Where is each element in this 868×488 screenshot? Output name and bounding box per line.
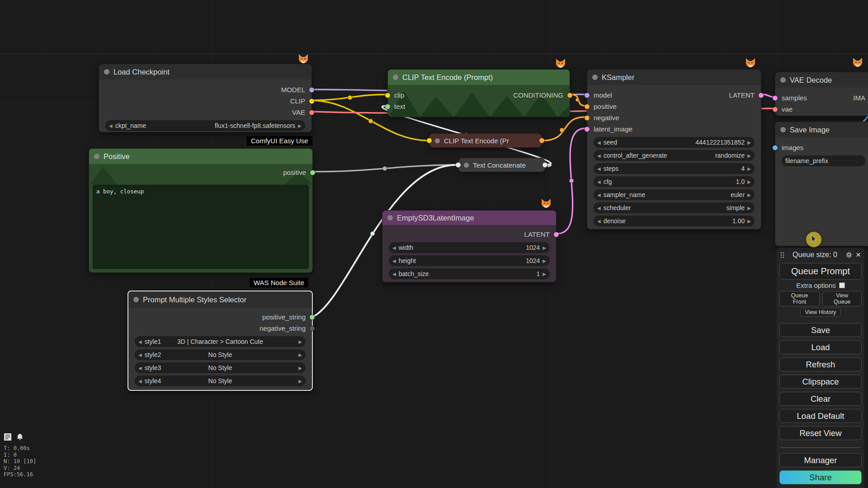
increment-icon[interactable]: ▶ bbox=[747, 166, 751, 171]
manager-fox-badge-icon[interactable] bbox=[852, 57, 863, 68]
style3-widget[interactable]: ◀ style3 No Style ▶ bbox=[135, 362, 306, 373]
close-icon[interactable]: × bbox=[856, 252, 861, 258]
input-vae-port[interactable] bbox=[773, 107, 778, 112]
sampler-name-widget[interactable]: ◀ sampler_name euler ▶ bbox=[594, 189, 755, 200]
input-model-port[interactable] bbox=[585, 93, 590, 98]
output-model-port[interactable] bbox=[309, 87, 314, 92]
input-latent-image-port[interactable] bbox=[585, 127, 590, 131]
collapsed-output-port[interactable] bbox=[542, 163, 547, 168]
denoise-widget[interactable]: ◀ denoise 1.00 ▶ bbox=[594, 216, 755, 226]
node-text-concatenate[interactable]: Text Concatenate bbox=[458, 158, 545, 172]
scheduler-widget[interactable]: ◀ scheduler simple ▶ bbox=[594, 202, 755, 213]
input-samples-port[interactable] bbox=[773, 95, 778, 100]
collapse-dot[interactable] bbox=[393, 75, 398, 80]
increment-icon[interactable]: ▶ bbox=[542, 258, 546, 263]
collapsed-input-port[interactable] bbox=[456, 163, 461, 168]
manager-fox-badge-icon[interactable] bbox=[745, 57, 756, 68]
share-button[interactable]: Share bbox=[779, 470, 862, 484]
save-button[interactable]: Save bbox=[779, 323, 862, 337]
manager-fox-badge-icon[interactable] bbox=[541, 198, 552, 209]
node-load-checkpoint[interactable]: Load Checkpoint MODEL CLIP VAE ◀ ckpt_na… bbox=[99, 64, 312, 132]
height-widget[interactable]: ◀ height 1024 ▶ bbox=[389, 255, 550, 266]
collapsed-input-port[interactable] bbox=[427, 138, 432, 143]
extra-options-checkbox[interactable] bbox=[839, 282, 845, 288]
node-clip-text-encode[interactable]: CLIP Text Encode (Prompt) clip CONDITION… bbox=[387, 69, 570, 117]
decrement-icon[interactable]: ◀ bbox=[597, 179, 601, 184]
collapse-dot[interactable] bbox=[464, 163, 469, 168]
combo-left-icon[interactable]: ◀ bbox=[138, 366, 142, 371]
increment-icon[interactable]: ▶ bbox=[542, 245, 546, 250]
decrement-icon[interactable]: ◀ bbox=[392, 245, 396, 250]
ckpt-name-widget[interactable]: ◀ ckpt_name flux1-schnell-fp8.safetensor… bbox=[105, 120, 305, 131]
output-latent-port[interactable] bbox=[759, 93, 764, 98]
decrement-icon[interactable]: ◀ bbox=[597, 219, 601, 224]
node-empty-latent[interactable]: EmptySD3LatentImage LATENT ◀ width 1024 … bbox=[382, 210, 557, 282]
combo-right-icon[interactable]: ▶ bbox=[747, 153, 751, 158]
collapse-dot[interactable] bbox=[94, 154, 99, 159]
collapse-dot[interactable] bbox=[387, 215, 393, 221]
increment-icon[interactable]: ▶ bbox=[747, 140, 751, 145]
output-conditioning-port[interactable] bbox=[567, 93, 572, 98]
collapse-dot[interactable] bbox=[435, 138, 440, 143]
collapse-dot[interactable] bbox=[780, 127, 786, 132]
output-negative-string-port[interactable] bbox=[310, 326, 315, 331]
combo-right-icon[interactable]: ▶ bbox=[298, 366, 302, 371]
output-positive-port[interactable] bbox=[310, 170, 315, 175]
combo-left-icon[interactable]: ◀ bbox=[109, 123, 113, 128]
prompt-textarea[interactable]: a boy, closeup bbox=[93, 185, 309, 269]
batch-size-widget[interactable]: ◀ batch_size 1 ▶ bbox=[389, 268, 550, 279]
collapsed-output-port[interactable] bbox=[539, 138, 544, 143]
decrement-icon[interactable]: ◀ bbox=[392, 272, 396, 277]
output-positive-string-port[interactable] bbox=[310, 314, 315, 319]
collapse-dot[interactable] bbox=[104, 69, 109, 75]
increment-icon[interactable]: ▶ bbox=[747, 219, 751, 224]
steps-widget[interactable]: ◀ steps 4 ▶ bbox=[594, 163, 755, 174]
output-clip-port[interactable] bbox=[309, 99, 314, 103]
combo-left-icon[interactable]: ◀ bbox=[597, 206, 601, 211]
input-text-port[interactable] bbox=[385, 104, 390, 109]
style1-widget[interactable]: ◀ style1 3D | Character > Cartoon Cute ▶ bbox=[135, 336, 306, 347]
load-default-button[interactable]: Load Default bbox=[779, 409, 862, 423]
settings-gear-icon[interactable] bbox=[845, 251, 853, 258]
node-positive[interactable]: Positive positive a boy, closeup bbox=[89, 148, 313, 273]
cfg-widget[interactable]: ◀ cfg 1.0 ▶ bbox=[594, 176, 755, 187]
decrement-icon[interactable]: ◀ bbox=[392, 258, 396, 263]
combo-left-icon[interactable]: ◀ bbox=[138, 379, 142, 384]
combo-left-icon[interactable]: ◀ bbox=[597, 192, 601, 197]
collapse-dot[interactable] bbox=[592, 75, 598, 80]
seed-widget[interactable]: ◀ seed 44412221351852 ▶ bbox=[594, 137, 755, 148]
collapse-dot[interactable] bbox=[133, 297, 139, 302]
clipspace-button[interactable]: Clipspace bbox=[779, 375, 862, 389]
combo-right-icon[interactable]: ▶ bbox=[747, 192, 751, 197]
decrement-icon[interactable]: ◀ bbox=[597, 166, 601, 171]
log-panel-icon[interactable] bbox=[4, 433, 12, 441]
node-vae-decode[interactable]: VAE Decode samples IMA vae bbox=[775, 72, 868, 116]
control-after-generate-widget[interactable]: ◀ control_after_generate randomize ▶ bbox=[594, 150, 755, 161]
node-styles-selector[interactable]: Prompt Multiple Styles Selector positive… bbox=[127, 291, 313, 391]
combo-left-icon[interactable]: ◀ bbox=[138, 352, 142, 357]
width-widget[interactable]: ◀ width 1024 ▶ bbox=[389, 242, 550, 253]
menu-drag-handle[interactable] bbox=[780, 252, 784, 258]
manager-fox-badge-icon[interactable] bbox=[555, 58, 566, 69]
increment-icon[interactable]: ▶ bbox=[542, 272, 546, 277]
input-negative-port[interactable] bbox=[585, 115, 590, 120]
combo-right-icon[interactable]: ▶ bbox=[298, 123, 302, 128]
input-clip-port[interactable] bbox=[385, 93, 390, 98]
load-button[interactable]: Load bbox=[779, 340, 862, 354]
input-positive-port[interactable] bbox=[585, 104, 590, 109]
filename-prefix-widget[interactable]: filename_prefix bbox=[782, 155, 865, 166]
clear-button[interactable]: Clear bbox=[779, 392, 862, 406]
view-queue-button[interactable]: View Queue bbox=[822, 291, 862, 306]
node-clip-text-encode-collapsed[interactable]: CLIP Text Encode (Pr bbox=[429, 133, 542, 148]
reset-view-button[interactable]: Reset View bbox=[779, 426, 862, 440]
input-images-port[interactable] bbox=[773, 145, 778, 150]
combo-right-icon[interactable]: ▶ bbox=[298, 352, 302, 357]
queue-front-button[interactable]: Queue Front bbox=[779, 291, 820, 306]
node-save-image[interactable]: Save Image images filename_prefix bbox=[775, 122, 868, 246]
decrement-icon[interactable]: ◀ bbox=[597, 140, 601, 145]
combo-left-icon[interactable]: ◀ bbox=[138, 339, 142, 344]
style4-widget[interactable]: ◀ style4 No Style ▶ bbox=[135, 375, 306, 386]
style2-widget[interactable]: ◀ style2 No Style ▶ bbox=[135, 349, 306, 360]
refresh-button[interactable]: Refresh bbox=[779, 357, 862, 371]
combo-right-icon[interactable]: ▶ bbox=[298, 339, 302, 344]
